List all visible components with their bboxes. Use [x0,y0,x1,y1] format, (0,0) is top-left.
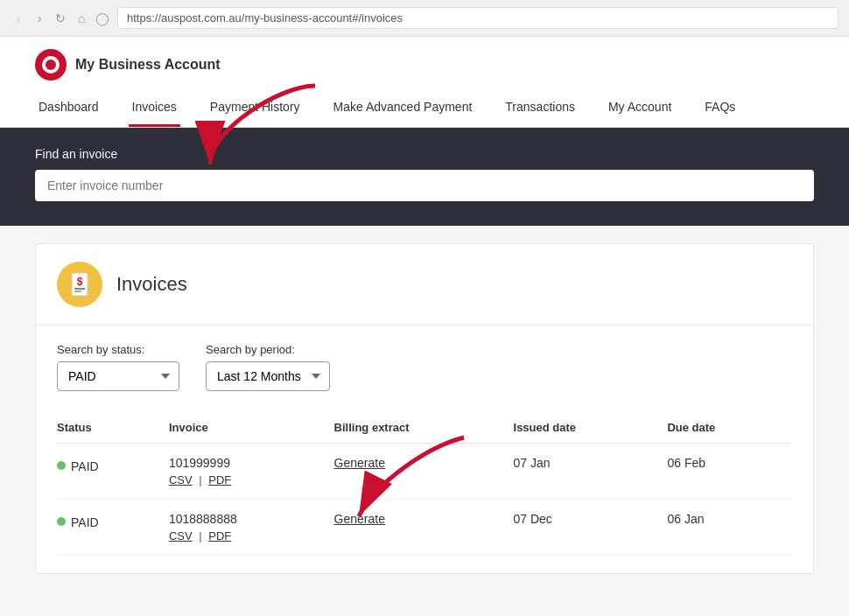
row2-issued-cell: 07 Dec [514,500,668,556]
brand-title: My Business Account [75,57,221,73]
divider: | [199,529,201,542]
table-row: PAID 1018888888 CSV | PDF [57,500,792,556]
site-header: My Business Account Dashboard Invoices P… [0,37,849,128]
row1-generate-link[interactable]: Generate [334,456,385,470]
nav-transactions[interactable]: Transactions [502,89,579,127]
row2-billing-cell: Generate [334,500,514,556]
row2-status-cell: PAID [57,500,169,556]
period-filter-group: Search by period: Last 12 Months [206,343,330,391]
search-label: Find an invoice [35,147,814,161]
row2-invoice-links: CSV | PDF [169,529,320,542]
invoices-table: Status Invoice Billing extract Issued da… [57,412,792,556]
row2-pdf-link[interactable]: PDF [208,529,231,542]
bookmark-button[interactable]: ◯ [95,10,110,26]
auspost-logo [35,49,67,80]
period-filter-label: Search by period: [206,343,330,356]
invoice-icon: $ [57,262,102,307]
invoices-card: $ Invoices Search by status: PAID [35,243,814,574]
col-status: Status [57,412,169,444]
nav-faqs[interactable]: FAQs [701,89,739,127]
status-dot [57,517,66,526]
main-content: $ Invoices Search by status: PAID [0,226,849,592]
forward-button[interactable]: › [32,10,47,26]
main-nav: Dashboard Invoices Payment History Make … [35,89,814,127]
status-filter-group: Search by status: PAID [57,343,179,391]
row2-status: PAID [71,515,99,529]
invoice-search-input[interactable] [47,178,802,192]
status-dot [57,461,66,470]
row1-status-cell: PAID [57,444,169,500]
filters-row: Search by status: PAID Search by period:… [57,343,792,391]
period-filter-select[interactable]: Last 12 Months [206,361,330,391]
refresh-button[interactable]: ↻ [53,10,68,26]
row2-generate-link[interactable]: Generate [334,512,385,526]
col-issued: Issued date [514,412,668,444]
svg-text:$: $ [77,276,83,288]
home-button[interactable]: ⌂ [74,10,89,26]
status-filter-label: Search by status: [57,343,179,356]
page-title: Invoices [116,273,187,296]
nav-my-account[interactable]: My Account [605,89,675,127]
row1-invoice-links: CSV | PDF [169,473,320,486]
row1-status: PAID [71,459,99,473]
col-invoice: Invoice [169,412,334,444]
svg-point-2 [46,60,56,70]
row2-csv-link[interactable]: CSV [169,529,193,542]
svg-rect-5 [74,288,85,290]
row1-pdf-link[interactable]: PDF [208,473,231,486]
row2-invoice-cell: 1018888888 CSV | PDF [169,500,334,556]
browser-chrome: ‹ › ↻ ⌂ ◯ https://auspost.com.au/my-busi… [0,0,849,37]
col-billing: Billing extract [334,412,514,444]
row1-due-cell: 06 Feb [667,444,792,500]
row2-invoice-number: 1018888888 [169,512,320,526]
row1-issued-cell: 07 Jan [514,444,668,500]
card-header: $ Invoices [36,244,813,326]
nav-make-advanced-payment[interactable]: Make Advanced Payment [330,89,476,127]
row1-invoice-cell: 101999999 CSV | PDF [169,444,334,500]
card-body: Search by status: PAID Search by period:… [36,326,813,573]
url-text: https://auspost.com.au/my-business-accou… [127,11,403,24]
nav-invoices[interactable]: Invoices [129,89,180,127]
row1-billing-cell: Generate [334,444,514,500]
col-due: Due date [667,412,792,444]
nav-payment-history[interactable]: Payment History [207,89,304,127]
svg-rect-6 [74,290,81,292]
address-bar[interactable]: https://auspost.com.au/my-business-accou… [117,7,838,29]
divider: | [199,473,201,486]
back-button[interactable]: ‹ [11,10,26,26]
status-filter-select[interactable]: PAID [57,361,179,391]
brand-row: My Business Account [35,37,814,89]
row2-due-cell: 06 Jan [667,500,792,556]
table-row: PAID 101999999 CSV | PDF [57,444,792,500]
search-banner: Find an invoice [0,128,849,226]
row1-invoice-number: 101999999 [169,456,320,470]
browser-controls: ‹ › ↻ ⌂ ◯ [11,10,110,26]
nav-dashboard[interactable]: Dashboard [35,89,102,127]
search-input-wrapper[interactable] [35,170,814,201]
row1-csv-link[interactable]: CSV [169,473,193,486]
